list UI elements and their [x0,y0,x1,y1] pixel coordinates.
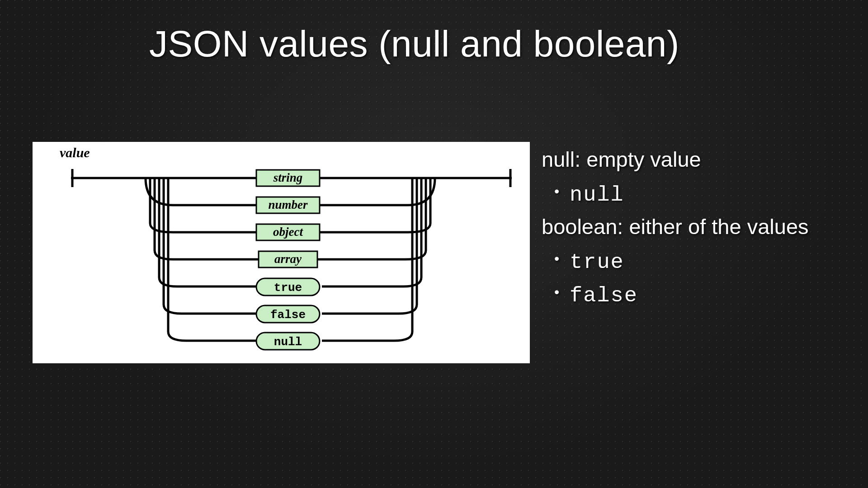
svg-text:null: null [274,335,302,349]
diagram-title-text: value [60,145,90,160]
svg-text:true: true [274,281,302,295]
railroad-diagram: value string number object array true [33,142,530,363]
notes-panel: null: empty value null boolean: either o… [542,144,822,312]
svg-text:object: object [273,225,303,239]
svg-text:false: false [270,308,306,322]
null-heading: null: empty value [542,144,822,176]
true-code: true [570,250,624,274]
svg-text:array: array [274,252,302,266]
false-code: false [570,284,638,308]
slide-title: JSON values (null and boolean) [149,23,679,65]
bool-heading: boolean: either of the values [542,211,822,243]
svg-text:string: string [273,171,303,184]
null-code: null [570,183,624,207]
svg-text:number: number [268,198,308,211]
